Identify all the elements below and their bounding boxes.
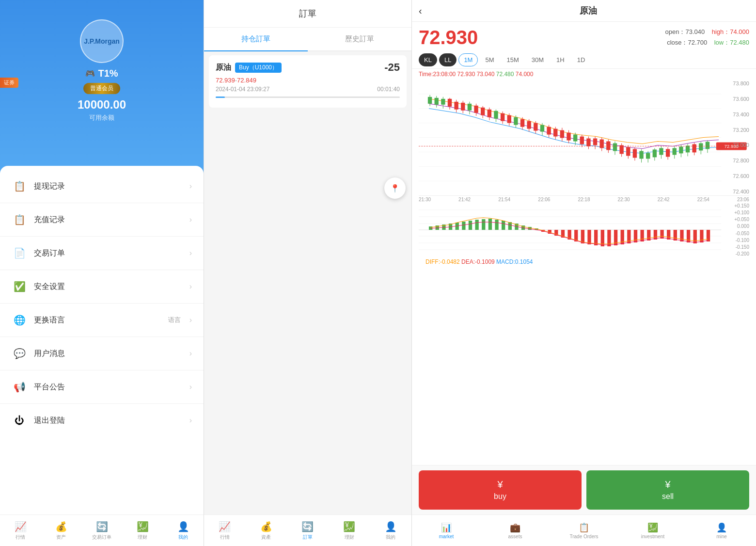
chart-tab-5m[interactable]: 5M	[480, 53, 499, 66]
avatar: J.P.Morgan	[80, 19, 124, 63]
chart-tab-1d[interactable]: 1D	[572, 53, 591, 66]
finance-icon: 💹	[137, 521, 149, 532]
menu-item-logout[interactable]: ⏻ 退出登陆 ›	[0, 404, 204, 437]
macd-info: DIFF:-0.0482 DEA:-0.1009 MACD:0.1054	[419, 257, 749, 267]
floating-action-btn[interactable]: 📍	[384, 177, 406, 199]
mid-nav-orders[interactable]: 🔄 訂單	[287, 521, 329, 541]
chart-tab-1m[interactable]: 1M	[458, 53, 478, 66]
mid-nav-mine[interactable]: 👤 我的	[370, 521, 411, 541]
user-icon: 🎮	[85, 69, 95, 78]
svg-rect-134	[634, 230, 637, 242]
svg-rect-128	[594, 230, 598, 245]
right-nav-market[interactable]: 📊 market	[412, 522, 481, 539]
svg-rect-38	[527, 121, 531, 129]
buy-label: buy	[494, 492, 506, 501]
svg-rect-143	[693, 230, 697, 243]
menu-label: 退出登陆	[34, 416, 183, 426]
buy-button[interactable]: ¥ buy	[419, 470, 582, 510]
right-nav-trade-orders[interactable]: 📋 Trade Orders	[550, 522, 618, 539]
tab-active-orders[interactable]: 持仓訂單	[204, 28, 308, 51]
svg-rect-32	[507, 115, 511, 123]
order-tabs: 持仓訂單 歷史訂單	[204, 28, 411, 51]
tab-history-orders[interactable]: 歷史訂單	[308, 28, 411, 51]
arrow-icon: ›	[189, 249, 192, 257]
sell-button[interactable]: ¥ sell	[586, 470, 749, 510]
nav-finance[interactable]: 💹 理财	[122, 521, 163, 541]
nav-trade[interactable]: 🔄 交易订单	[81, 521, 122, 541]
market-icon: 📈	[15, 521, 27, 532]
order-progress-bar	[216, 96, 400, 98]
chart-tab-kl[interactable]: KL	[419, 53, 437, 66]
svg-rect-26	[488, 110, 491, 117]
middle-content: 原油 Buy（U1000） -25 72.939-72.849 2024-01-…	[204, 51, 411, 514]
menu-item-security[interactable]: ✅ 安全设置 ›	[0, 270, 204, 304]
menu-item-platform-announce[interactable]: 📢 平台公告 ›	[0, 370, 204, 404]
svg-rect-46	[553, 129, 557, 137]
svg-rect-142	[687, 230, 690, 242]
chart-area: 72.930 73.800 73.600 73.400 73.200 73.00…	[412, 80, 756, 465]
chart-y-labels: 73.800 73.600 73.400 73.200 73.000 72.80…	[723, 80, 749, 195]
right-bottom-nav: 📊 market 💼 assets 📋 Trade Orders 💹 inves…	[412, 514, 756, 546]
svg-rect-118	[528, 227, 532, 230]
username-row: 🎮 T1%	[85, 68, 118, 79]
chart-tab-15m[interactable]: 15M	[502, 53, 524, 66]
macd-chart: +0.150 +0.100 +0.050 0.000 -0.050 -0.100…	[419, 203, 749, 257]
svg-rect-62	[606, 141, 610, 150]
trade-icon: 🔄	[96, 521, 108, 532]
assets-icon: 💰	[55, 521, 67, 532]
back-button[interactable]: ‹	[419, 5, 422, 16]
svg-rect-40	[534, 123, 537, 131]
svg-rect-126	[581, 230, 584, 243]
menu-item-trade-orders[interactable]: 📄 交易订单 ›	[0, 237, 204, 270]
svg-rect-76	[653, 149, 657, 157]
svg-rect-112	[488, 219, 492, 230]
time-info: Time:23:08:00 72.930 73.040 72.480 74.00…	[412, 69, 756, 80]
mid-nav-market[interactable]: 📈 行情	[204, 521, 246, 541]
mid-nav-assets[interactable]: 💰 資產	[246, 521, 287, 541]
svg-rect-42	[540, 125, 544, 132]
right-nav-investment[interactable]: 💹 investment	[618, 522, 687, 539]
svg-rect-30	[501, 113, 504, 121]
svg-rect-12	[441, 99, 445, 105]
macd-svg	[419, 203, 749, 257]
chart-tabs: KL LL 1M 5M 15M 30M 1H 1D	[412, 51, 756, 69]
svg-rect-54	[580, 137, 584, 145]
candlestick-svg: 72.930	[419, 80, 749, 195]
nav-market[interactable]: 📈 行情	[0, 521, 41, 541]
arrow-icon: ›	[189, 215, 192, 224]
menu-item-user-messages[interactable]: 💬 用户消息 ›	[0, 337, 204, 370]
svg-rect-113	[495, 220, 498, 230]
mid-finance-icon: 💹	[343, 521, 355, 532]
security-icon: ✅	[12, 279, 27, 294]
chart-tab-30m[interactable]: 30M	[526, 53, 549, 66]
nav-assets[interactable]: 💰 资产	[41, 521, 81, 541]
menu-sub-language: 语言	[168, 316, 181, 324]
menu-item-language[interactable]: 🌐 更换语言 语言 ›	[0, 304, 204, 337]
menu-item-withdraw[interactable]: 📋 提现记录 ›	[0, 170, 204, 203]
right-market-icon: 📊	[441, 522, 452, 533]
menu-item-recharge[interactable]: 📋 充值记录 ›	[0, 203, 204, 237]
svg-rect-68	[626, 147, 630, 156]
right-investment-icon: 💹	[647, 522, 658, 533]
svg-rect-48	[560, 130, 564, 138]
svg-rect-18	[461, 103, 465, 111]
svg-rect-139	[667, 230, 670, 240]
svg-rect-111	[482, 219, 485, 230]
svg-rect-135	[640, 230, 644, 241]
chart-tab-1h[interactable]: 1H	[551, 53, 570, 66]
mid-orders-icon: 🔄	[301, 521, 314, 532]
right-nav-assets[interactable]: 💼 assets	[481, 522, 550, 539]
arrow-icon: ›	[189, 349, 192, 358]
order-price: 72.939-72.849	[216, 77, 400, 84]
nav-mine[interactable]: 👤 我的	[163, 521, 204, 541]
svg-rect-66	[619, 145, 623, 154]
svg-rect-56	[586, 138, 590, 146]
mid-nav-finance[interactable]: 💹 理財	[329, 521, 370, 541]
order-item[interactable]: 原油 Buy（U1000） -25 72.939-72.849 2024-01-…	[209, 55, 407, 108]
balance-label: 可用余额	[89, 113, 114, 122]
username: T1%	[98, 68, 118, 79]
right-nav-mine[interactable]: 👤 mine	[687, 522, 756, 539]
chart-tab-ll[interactable]: LL	[439, 53, 457, 66]
svg-rect-78	[659, 148, 663, 155]
withdraw-icon: 📋	[12, 178, 27, 194]
